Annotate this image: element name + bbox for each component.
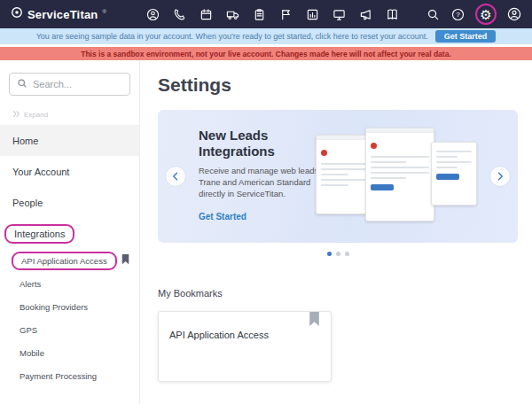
help-icon[interactable]: ? <box>450 7 466 22</box>
annotation-api-application-access: API Application Access <box>12 252 117 270</box>
sidebar-item-label: Payment Processing <box>20 371 97 381</box>
sidebar-item-label: Mobile <box>20 348 44 358</box>
sidebar-item-home[interactable]: Home <box>0 125 139 156</box>
settings-sidebar: Expand Home Your Account People Integrat… <box>0 60 140 404</box>
megaphone-icon[interactable] <box>358 7 373 22</box>
annotation-integrations: Integrations <box>4 224 74 244</box>
sidebar-item-integrations[interactable]: Integrations <box>0 218 139 249</box>
presentation-icon[interactable] <box>332 7 347 22</box>
chart-icon[interactable] <box>305 7 320 22</box>
sidebar-item-mobile[interactable]: Mobile <box>0 341 139 364</box>
carousel-dots <box>158 252 518 256</box>
sandbox-banner: This is a sandbox environment, not your … <box>0 47 532 60</box>
sidebar-searchbox[interactable] <box>9 73 130 96</box>
servicetitan-logo-icon <box>11 6 23 22</box>
bookmark-icon[interactable] <box>121 254 129 267</box>
preview-window <box>431 142 477 206</box>
topbar-nav <box>145 7 400 22</box>
brand[interactable]: ServiceTitan ® <box>11 6 106 22</box>
sidebar-item-label: Alerts <box>20 279 41 289</box>
preview-window <box>365 128 434 221</box>
sidebar-item-api-application-access[interactable]: API Application Access <box>0 249 139 272</box>
preview-window <box>316 135 372 214</box>
annotation-settings-gear: ⚙ <box>475 4 497 25</box>
sidebar-item-payment-processing[interactable]: Payment Processing <box>0 364 139 387</box>
search-icon <box>17 76 27 92</box>
carousel-dot-1[interactable] <box>327 252 332 256</box>
profile-icon[interactable] <box>506 7 521 22</box>
bookmark-icon[interactable] <box>309 312 320 330</box>
topbar: ServiceTitan ® <box>0 0 532 28</box>
page-title: Settings <box>158 74 518 96</box>
sidebar-item-label: Booking Providers <box>20 302 88 312</box>
calendar-icon[interactable] <box>199 7 214 22</box>
sidebar-item-label: API Application Access <box>21 256 107 266</box>
promo-carousel: New Leads Integrations Receive and manag… <box>158 110 518 243</box>
carousel-dot-3[interactable] <box>345 252 349 256</box>
bookmark-card-api-application-access[interactable]: API Application Access <box>158 311 332 382</box>
phone-icon[interactable] <box>172 7 187 22</box>
sidebar-item-alerts[interactable]: Alerts <box>0 272 139 295</box>
flag-icon[interactable] <box>278 7 293 22</box>
carousel-prev-button[interactable] <box>165 166 186 187</box>
carousel-next-button[interactable] <box>489 166 511 187</box>
sidebar-item-label: Integrations <box>14 229 65 239</box>
sandbox-banner-text: This is a sandbox environment, not your … <box>81 50 451 58</box>
sidebar-item-gps[interactable]: GPS <box>0 318 139 341</box>
sidebar-item-label: Home <box>12 136 38 146</box>
settings-main: Settings New Leads Integrations Receive … <box>140 60 532 404</box>
get-started-button[interactable]: Get Started <box>435 30 497 43</box>
sidebar-nav: Home Your Account People Integrations <box>0 125 139 387</box>
book-icon[interactable] <box>385 7 400 22</box>
expand-toggle[interactable]: Expand <box>12 110 139 120</box>
brand-text: ServiceTitan <box>27 8 98 21</box>
content: Expand Home Your Account People Integrat… <box>0 60 532 404</box>
truck-icon[interactable] <box>225 7 240 22</box>
brand-trademark: ® <box>102 9 106 14</box>
search-input[interactable] <box>33 79 113 89</box>
sidebar-item-booking-providers[interactable]: Booking Providers <box>0 295 139 318</box>
search-icon[interactable] <box>426 7 441 22</box>
topbar-right: ? ⚙ <box>426 4 521 25</box>
promo-get-started-link[interactable]: Get Started <box>199 212 246 221</box>
sidebar-item-your-account[interactable]: Your Account <box>0 156 139 187</box>
sidebar-item-label: People <box>12 198 43 208</box>
svg-text:?: ? <box>456 11 460 19</box>
bookmark-card-label: API Application Access <box>169 330 269 340</box>
person-icon[interactable] <box>145 7 160 22</box>
expand-icon <box>12 110 20 120</box>
sample-data-banner-text: You are seeing sample data in your accou… <box>36 32 428 41</box>
sidebar-item-people[interactable]: People <box>0 187 139 218</box>
sidebar-subnav: API Application Access Alerts Booking Pr… <box>0 249 139 387</box>
sidebar-item-label: GPS <box>20 325 37 335</box>
carousel-dot-2[interactable] <box>336 252 340 256</box>
clipboard-icon[interactable] <box>252 7 267 22</box>
expand-label: Expand <box>24 111 48 119</box>
bookmarks-heading: My Bookmarks <box>158 288 518 299</box>
promo-preview-screenshots <box>316 124 477 229</box>
sample-data-banner: You are seeing sample data in your accou… <box>0 28 532 44</box>
app-window: ServiceTitan ® <box>0 0 532 404</box>
settings-gear-icon[interactable]: ⚙ <box>479 7 494 22</box>
sidebar-item-label: Your Account <box>12 167 69 177</box>
